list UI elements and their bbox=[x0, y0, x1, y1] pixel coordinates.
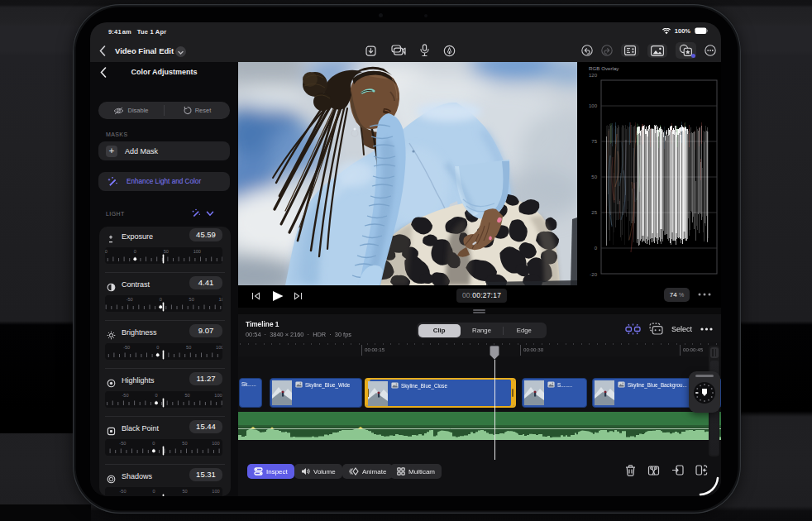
svg-text:100: 100 bbox=[193, 249, 201, 254]
svg-text:25: 25 bbox=[591, 210, 597, 215]
svg-text:100: 100 bbox=[219, 297, 222, 302]
svg-text:50: 50 bbox=[182, 441, 187, 446]
svg-text:75: 75 bbox=[591, 139, 597, 144]
svg-text:100: 100 bbox=[212, 489, 219, 494]
svg-text:0: 0 bbox=[160, 297, 162, 302]
svg-text:-20: -20 bbox=[590, 272, 597, 277]
svg-text:0: 0 bbox=[134, 249, 136, 254]
svg-text:100: 100 bbox=[216, 345, 222, 350]
svg-text:-50: -50 bbox=[123, 345, 130, 350]
svg-text:0: 0 bbox=[595, 246, 598, 251]
svg-text:50: 50 bbox=[591, 174, 597, 179]
svg-text:50: 50 bbox=[182, 489, 187, 494]
svg-text:0: 0 bbox=[155, 393, 157, 398]
svg-text:50: 50 bbox=[164, 249, 169, 254]
svg-text:-50: -50 bbox=[122, 393, 128, 398]
svg-text:-50: -50 bbox=[127, 297, 133, 302]
svg-text:-50: -50 bbox=[105, 249, 107, 254]
svg-text:-50: -50 bbox=[119, 441, 126, 446]
svg-text:100: 100 bbox=[212, 441, 219, 446]
svg-text:50: 50 bbox=[184, 393, 189, 398]
svg-text:100: 100 bbox=[214, 393, 222, 398]
svg-text:0: 0 bbox=[156, 345, 159, 350]
svg-text:-50: -50 bbox=[119, 489, 126, 494]
svg-text:RGB Overlay: RGB Overlay bbox=[589, 65, 619, 71]
svg-text:50: 50 bbox=[186, 345, 191, 350]
svg-text:0: 0 bbox=[152, 489, 155, 494]
svg-text:50: 50 bbox=[189, 297, 194, 302]
svg-text:120: 120 bbox=[589, 73, 598, 78]
svg-text:100: 100 bbox=[589, 103, 598, 108]
svg-text:0: 0 bbox=[152, 441, 155, 446]
